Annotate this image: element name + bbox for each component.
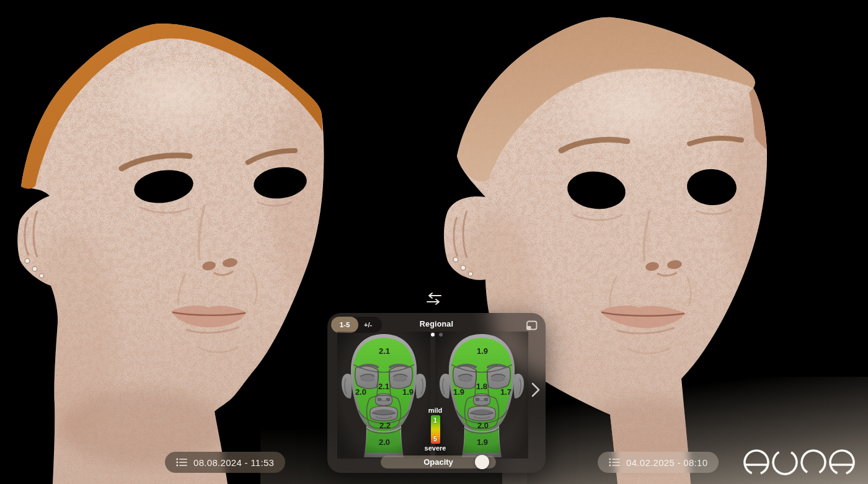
region-score-cheek-left: 2.0 bbox=[355, 387, 366, 397]
patient-scan-left[interactable] bbox=[0, 0, 347, 484]
region-score-chin: 2.0 bbox=[477, 421, 489, 430]
scan-date-badge-left[interactable]: 08.08.2024 - 11:53 bbox=[165, 452, 285, 473]
scan-list-icon bbox=[176, 458, 187, 467]
region-score-neck: 2.0 bbox=[379, 438, 390, 447]
earring-stud bbox=[25, 258, 30, 263]
legend-min-value: 1 bbox=[431, 416, 440, 424]
region-score-cheek-left: 1.9 bbox=[453, 387, 464, 397]
region-score-cheek-right: 1.9 bbox=[402, 387, 414, 397]
region-score-cheek-right: 1.7 bbox=[500, 387, 512, 397]
heatmap-face-before: 2.1 2.0 2.1 1.9 2.2 2.0 bbox=[337, 332, 430, 459]
earring-stud bbox=[461, 265, 466, 270]
region-score-neck: 1.9 bbox=[477, 438, 488, 447]
legend-severe-label: severe bbox=[425, 444, 446, 452]
region-score-chin: 2.2 bbox=[379, 421, 391, 430]
opacity-slider-knob[interactable] bbox=[475, 455, 489, 469]
scan-timestamp-left: 08.08.2024 - 11:53 bbox=[193, 457, 274, 468]
earring-stud bbox=[40, 274, 44, 278]
next-page-chevron[interactable] bbox=[530, 381, 541, 398]
regional-analysis-panel: 1-5 +/- Regional 2.1 2.0 2.1 1.9 2.2 2.0… bbox=[327, 313, 546, 473]
scan-timestamp-right: 04.02.2025 - 08:10 bbox=[626, 457, 707, 468]
page-dot-active[interactable] bbox=[431, 333, 435, 337]
opacity-slider[interactable]: Opacity bbox=[381, 455, 496, 469]
swap-scans-icon[interactable] bbox=[425, 291, 443, 306]
region-score-nose: 1.8 bbox=[476, 382, 487, 391]
region-score-forehead: 2.1 bbox=[379, 346, 390, 356]
legend-gradient-bar: 1 5 bbox=[431, 415, 440, 444]
earring-stud bbox=[32, 266, 37, 271]
scan-list-icon bbox=[609, 458, 620, 467]
aura-logo: AURA bbox=[742, 447, 857, 477]
app-viewport: 1-5 +/- Regional 2.1 2.0 2.1 1.9 2.2 2.0… bbox=[0, 0, 868, 484]
earring-stud bbox=[469, 272, 473, 276]
region-score-forehead: 1.9 bbox=[477, 346, 488, 356]
detach-panel-icon[interactable] bbox=[526, 320, 538, 331]
severity-legend: mild 1 5 severe bbox=[422, 407, 449, 452]
heatmap-face-after: 1.9 1.9 1.8 1.7 2.0 1.9 bbox=[435, 332, 528, 459]
legend-max-value: 5 bbox=[431, 435, 440, 442]
earring-stud bbox=[453, 257, 458, 262]
scan-date-badge-right[interactable]: 04.02.2025 - 08:10 bbox=[598, 452, 719, 473]
legend-mild-label: mild bbox=[428, 407, 443, 415]
region-score-nose: 2.1 bbox=[378, 382, 389, 391]
panel-title: Regional bbox=[327, 320, 546, 328]
